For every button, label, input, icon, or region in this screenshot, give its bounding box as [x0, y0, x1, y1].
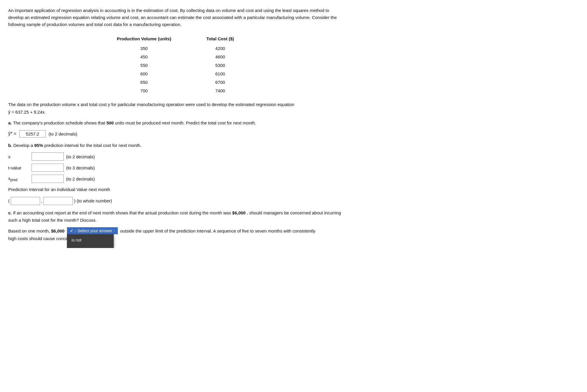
checkmark-icon: ✓: [70, 228, 73, 233]
table-cell-cost: 6700: [189, 78, 252, 86]
part-a-label: a.: [8, 120, 12, 125]
part-c-text3: outside the upper limit of the predictio…: [120, 227, 315, 235]
col1-header: Production Volume (units): [99, 34, 189, 44]
table-cell-cost: 6100: [189, 70, 252, 78]
intro-paragraph: An important application of regression a…: [8, 7, 343, 28]
s-row: s (to 2 decimals): [8, 152, 343, 161]
spred-subscript: pred: [11, 178, 18, 182]
spred-hint: (to 2 decimals): [66, 176, 95, 181]
table-row: 3504200: [99, 44, 251, 53]
part-a-text: a. The company's production schedule sho…: [8, 119, 343, 127]
part-b-text: b. Develop a 95% prediction interval for…: [8, 142, 343, 149]
part-c-text: c. If an accounting cost report at the e…: [8, 209, 343, 224]
table-cell-cost: 4600: [189, 53, 252, 61]
part-b-text1: Develop a: [13, 143, 33, 148]
table-cell-volume: 350: [99, 44, 189, 53]
part-b-section: b. Develop a 95% prediction interval for…: [8, 142, 343, 149]
part-c-line3-text: high costs should cause concern.: [8, 236, 73, 241]
part-c-cost2: $6,000: [51, 227, 65, 235]
dropdown-item-is[interactable]: is: [67, 246, 114, 248]
table-cell-volume: 450: [99, 53, 189, 61]
answer-dropdown-container[interactable]: ✓ - Select your answer - is not is: [67, 227, 118, 234]
interval-row: ( , ) (to whole number): [8, 197, 343, 205]
table-row: 7007400: [99, 86, 251, 95]
part-a-text2: units must be produced next month. Predi…: [115, 120, 256, 125]
part-c-section: c. If an accounting cost report at the e…: [8, 209, 343, 224]
col2-header: Total Cost ($): [189, 34, 252, 44]
table-cell-volume: 700: [99, 86, 189, 95]
part-c-text1: If an accounting cost report at the end …: [13, 210, 231, 215]
part-a-units: 500: [106, 120, 114, 125]
spred-row: spred (to 2 decimals): [8, 175, 343, 183]
prediction-interval-label: Prediction Interval for an individual Va…: [8, 186, 343, 193]
part-c-cost: $6,000: [232, 210, 246, 215]
table-cell-volume: 550: [99, 61, 189, 70]
table-row: 4504600: [99, 53, 251, 61]
part-c-line2-start: Based on one month,: [8, 227, 50, 235]
s-label: s: [8, 154, 32, 159]
table-cell-volume: 650: [99, 78, 189, 86]
yhat-row: ŷ* = 5257.2 (to 2 decimals): [8, 130, 343, 138]
t-value-label: t-value: [8, 165, 32, 170]
table-row: 5505300: [99, 61, 251, 70]
regression-equation: ŷ = 637.25 + 9.24x.: [8, 110, 46, 115]
table-row: 6006100: [99, 70, 251, 78]
spred-input[interactable]: [32, 175, 64, 183]
t-value-row: t-value (to 3 decimals): [8, 164, 343, 172]
interval-close: ) (to whole number): [74, 198, 112, 203]
part-c-answer-row: Based on one month, $6,000 ✓ - Select yo…: [8, 227, 343, 235]
s-input[interactable]: [32, 152, 64, 161]
interval-upper-input[interactable]: [44, 197, 73, 205]
regression-text: The data on the production volume x and …: [8, 101, 343, 116]
part-b-label: b.: [8, 143, 12, 148]
table-cell-cost: 4200: [189, 44, 252, 53]
table-cell-cost: 7400: [189, 86, 252, 95]
part-b-percent: 95%: [34, 143, 43, 148]
part-c-label: c.: [8, 210, 12, 215]
table-row: 6506700: [99, 78, 251, 86]
t-value-input[interactable]: [32, 164, 64, 172]
part-b-text2: prediction interval for the total cost f…: [44, 143, 141, 148]
data-table: Production Volume (units) Total Cost ($)…: [99, 34, 251, 95]
dropdown-menu: is not is: [67, 234, 114, 248]
part-c-line3: high costs should cause concern.: [8, 236, 343, 241]
yhat-value: 5257.2: [19, 130, 46, 138]
interval-open: (: [8, 198, 10, 203]
t-hint: (to 3 decimals): [66, 165, 95, 170]
table-cell-cost: 5300: [189, 61, 252, 70]
part-a-text1: The company's production schedule shows …: [13, 120, 105, 125]
answer-dropdown-button[interactable]: ✓ - Select your answer -: [67, 227, 118, 234]
spred-label: spred: [8, 176, 32, 182]
interval-comma: ,: [41, 198, 42, 203]
interval-lower-input[interactable]: [11, 197, 40, 205]
table-cell-volume: 600: [99, 70, 189, 78]
s-hint: (to 2 decimals): [66, 154, 95, 159]
part-a-section: a. The company's production schedule sho…: [8, 119, 343, 127]
yhat-hint: (to 2 decimals): [49, 131, 77, 136]
dropdown-item-is-not[interactable]: is not: [67, 234, 114, 246]
dropdown-selected-label: - Select your answer -: [75, 228, 115, 233]
yhat-label: ŷ* =: [8, 131, 16, 136]
